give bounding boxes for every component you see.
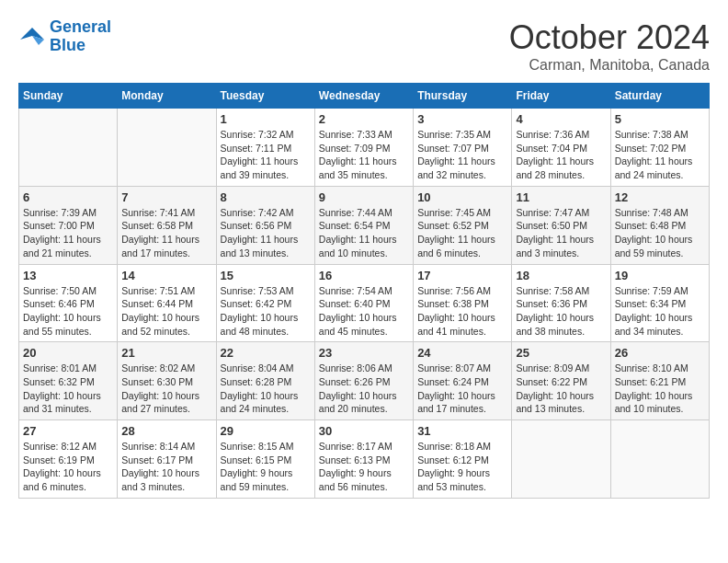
day-info: Sunrise: 7:48 AM Sunset: 6:48 PM Dayligh…	[615, 206, 705, 260]
day-number: 27	[23, 424, 113, 438]
calendar-cell: 6Sunrise: 7:39 AM Sunset: 7:00 PM Daylig…	[19, 186, 118, 264]
day-info: Sunrise: 7:58 AM Sunset: 6:36 PM Dayligh…	[516, 284, 606, 339]
day-number: 1	[221, 112, 311, 126]
logo-icon	[18, 23, 46, 51]
weekday-header: Wednesday	[314, 84, 413, 109]
day-info: Sunrise: 7:47 AM Sunset: 6:50 PM Dayligh…	[516, 206, 606, 260]
day-info: Sunrise: 7:35 AM Sunset: 7:07 PM Dayligh…	[417, 128, 507, 182]
day-info: Sunrise: 7:39 AM Sunset: 7:00 PM Dayligh…	[23, 206, 113, 260]
day-info: Sunrise: 8:12 AM Sunset: 6:19 PM Dayligh…	[23, 440, 113, 494]
calendar-cell: 16Sunrise: 7:54 AM Sunset: 6:40 PM Dayli…	[314, 264, 413, 342]
calendar-cell	[19, 109, 118, 187]
day-info: Sunrise: 7:51 AM Sunset: 6:44 PM Dayligh…	[121, 284, 211, 339]
day-info: Sunrise: 7:33 AM Sunset: 7:09 PM Dayligh…	[319, 128, 409, 182]
day-number: 3	[417, 112, 507, 126]
day-info: Sunrise: 7:32 AM Sunset: 7:11 PM Dayligh…	[221, 128, 311, 182]
day-number: 4	[516, 112, 606, 126]
day-number: 12	[615, 190, 705, 204]
calendar-cell: 7Sunrise: 7:41 AM Sunset: 6:58 PM Daylig…	[118, 186, 216, 264]
calendar-cell: 13Sunrise: 7:50 AM Sunset: 6:46 PM Dayli…	[19, 264, 118, 342]
calendar-cell: 4Sunrise: 7:36 AM Sunset: 7:04 PM Daylig…	[512, 109, 610, 187]
day-number: 19	[615, 269, 705, 282]
day-info: Sunrise: 7:54 AM Sunset: 6:40 PM Dayligh…	[319, 284, 409, 339]
calendar-cell: 30Sunrise: 8:17 AM Sunset: 6:13 PM Dayli…	[314, 420, 413, 499]
calendar-cell: 15Sunrise: 7:53 AM Sunset: 6:42 PM Dayli…	[216, 264, 314, 342]
day-info: Sunrise: 8:18 AM Sunset: 6:12 PM Dayligh…	[417, 440, 507, 494]
day-info: Sunrise: 8:14 AM Sunset: 6:17 PM Dayligh…	[121, 440, 211, 494]
day-number: 2	[319, 112, 409, 126]
weekday-header: Thursday	[414, 84, 512, 109]
weekday-header: Saturday	[610, 84, 709, 109]
calendar-cell	[610, 420, 709, 499]
month-title: October 2024	[509, 18, 710, 57]
day-number: 15	[221, 269, 311, 282]
calendar-cell: 19Sunrise: 7:59 AM Sunset: 6:34 PM Dayli…	[610, 264, 709, 342]
calendar-cell: 18Sunrise: 7:58 AM Sunset: 6:36 PM Dayli…	[512, 264, 610, 342]
day-info: Sunrise: 7:45 AM Sunset: 6:52 PM Dayligh…	[417, 206, 507, 260]
calendar-cell: 8Sunrise: 7:42 AM Sunset: 6:56 PM Daylig…	[216, 186, 314, 264]
calendar-cell: 27Sunrise: 8:12 AM Sunset: 6:19 PM Dayli…	[19, 420, 118, 499]
location: Carman, Manitoba, Canada	[509, 57, 710, 74]
calendar-week-row: 13Sunrise: 7:50 AM Sunset: 6:46 PM Dayli…	[19, 264, 710, 342]
calendar-cell: 9Sunrise: 7:44 AM Sunset: 6:54 PM Daylig…	[314, 186, 413, 264]
day-number: 21	[121, 346, 211, 360]
calendar-cell: 14Sunrise: 7:51 AM Sunset: 6:44 PM Dayli…	[118, 264, 216, 342]
day-number: 7	[121, 190, 211, 204]
day-number: 17	[417, 269, 507, 282]
calendar-header-row: SundayMondayTuesdayWednesdayThursdayFrid…	[19, 84, 710, 109]
day-number: 9	[319, 190, 409, 204]
day-number: 13	[23, 269, 113, 282]
calendar-cell	[512, 420, 610, 499]
calendar-cell: 22Sunrise: 8:04 AM Sunset: 6:28 PM Dayli…	[216, 342, 314, 420]
calendar-week-row: 6Sunrise: 7:39 AM Sunset: 7:00 PM Daylig…	[19, 186, 710, 264]
day-number: 16	[319, 269, 409, 282]
day-info: Sunrise: 7:36 AM Sunset: 7:04 PM Dayligh…	[516, 128, 606, 182]
calendar-week-row: 1Sunrise: 7:32 AM Sunset: 7:11 PM Daylig…	[19, 109, 710, 187]
day-info: Sunrise: 8:01 AM Sunset: 6:32 PM Dayligh…	[23, 362, 113, 416]
day-number: 26	[615, 346, 705, 360]
calendar-cell: 10Sunrise: 7:45 AM Sunset: 6:52 PM Dayli…	[414, 186, 512, 264]
logo-text: General Blue	[50, 18, 111, 55]
day-info: Sunrise: 8:10 AM Sunset: 6:21 PM Dayligh…	[615, 362, 705, 416]
day-number: 22	[221, 346, 311, 360]
day-number: 5	[615, 112, 705, 126]
calendar-cell: 12Sunrise: 7:48 AM Sunset: 6:48 PM Dayli…	[610, 186, 709, 264]
day-number: 25	[516, 346, 606, 360]
calendar-cell: 23Sunrise: 8:06 AM Sunset: 6:26 PM Dayli…	[314, 342, 413, 420]
day-number: 18	[516, 269, 606, 282]
day-info: Sunrise: 8:17 AM Sunset: 6:13 PM Dayligh…	[319, 440, 409, 494]
day-number: 23	[319, 346, 409, 360]
day-info: Sunrise: 7:59 AM Sunset: 6:34 PM Dayligh…	[615, 284, 705, 339]
calendar-cell: 11Sunrise: 7:47 AM Sunset: 6:50 PM Dayli…	[512, 186, 610, 264]
title-block: October 2024 Carman, Manitoba, Canada	[509, 18, 710, 74]
day-number: 10	[417, 190, 507, 204]
logo: General Blue	[18, 18, 111, 55]
day-number: 8	[221, 190, 311, 204]
calendar-cell: 31Sunrise: 8:18 AM Sunset: 6:12 PM Dayli…	[414, 420, 512, 499]
weekday-header: Tuesday	[216, 84, 314, 109]
weekday-header: Monday	[118, 84, 216, 109]
calendar-table: SundayMondayTuesdayWednesdayThursdayFrid…	[18, 83, 710, 499]
day-number: 20	[23, 346, 113, 360]
day-number: 29	[221, 424, 311, 438]
calendar-cell: 1Sunrise: 7:32 AM Sunset: 7:11 PM Daylig…	[216, 109, 314, 187]
day-number: 14	[121, 269, 211, 282]
calendar-cell: 21Sunrise: 8:02 AM Sunset: 6:30 PM Dayli…	[118, 342, 216, 420]
day-info: Sunrise: 7:56 AM Sunset: 6:38 PM Dayligh…	[417, 284, 507, 339]
day-info: Sunrise: 8:07 AM Sunset: 6:24 PM Dayligh…	[417, 362, 507, 416]
calendar-cell: 5Sunrise: 7:38 AM Sunset: 7:02 PM Daylig…	[610, 109, 709, 187]
page-header: General Blue October 2024 Carman, Manito…	[18, 18, 710, 74]
calendar-cell: 20Sunrise: 8:01 AM Sunset: 6:32 PM Dayli…	[19, 342, 118, 420]
day-info: Sunrise: 7:44 AM Sunset: 6:54 PM Dayligh…	[319, 206, 409, 260]
calendar-week-row: 27Sunrise: 8:12 AM Sunset: 6:19 PM Dayli…	[19, 420, 710, 499]
svg-marker-0	[20, 28, 44, 40]
calendar-cell: 17Sunrise: 7:56 AM Sunset: 6:38 PM Dayli…	[414, 264, 512, 342]
day-info: Sunrise: 7:42 AM Sunset: 6:56 PM Dayligh…	[221, 206, 311, 260]
day-info: Sunrise: 8:06 AM Sunset: 6:26 PM Dayligh…	[319, 362, 409, 416]
day-info: Sunrise: 8:02 AM Sunset: 6:30 PM Dayligh…	[121, 362, 211, 416]
day-info: Sunrise: 8:04 AM Sunset: 6:28 PM Dayligh…	[221, 362, 311, 416]
day-info: Sunrise: 8:09 AM Sunset: 6:22 PM Dayligh…	[516, 362, 606, 416]
day-info: Sunrise: 8:15 AM Sunset: 6:15 PM Dayligh…	[221, 440, 311, 494]
day-info: Sunrise: 7:38 AM Sunset: 7:02 PM Dayligh…	[615, 128, 705, 182]
calendar-cell: 3Sunrise: 7:35 AM Sunset: 7:07 PM Daylig…	[414, 109, 512, 187]
